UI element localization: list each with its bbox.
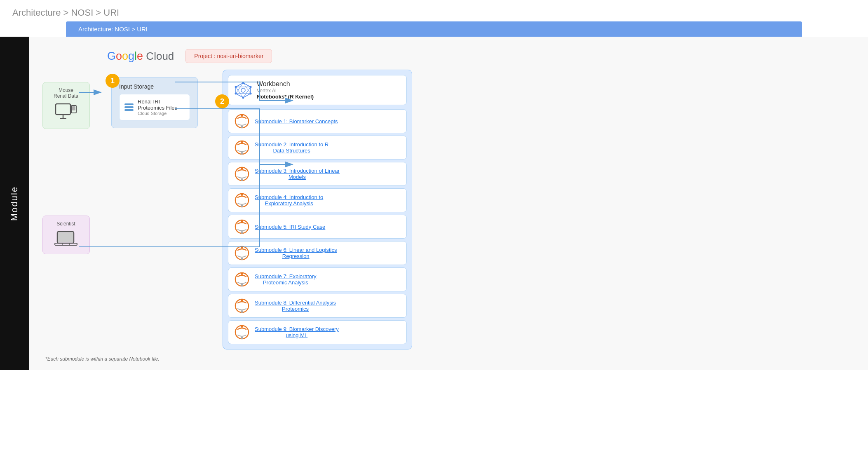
jupyter-icon	[234, 219, 250, 234]
right-section: 2	[223, 70, 860, 349]
workbench-title: Workbench	[257, 80, 314, 88]
submodule-item: Submodule 2: Introduction to R Data Stru…	[228, 136, 407, 159]
workbench-notebooks: Notebooks* (R Kernel)	[257, 94, 314, 100]
submodule-label[interactable]: Submodule 5: IRI Study Case	[255, 224, 325, 230]
file-icon	[124, 103, 134, 111]
svg-point-50	[241, 337, 243, 339]
svg-point-40	[241, 246, 243, 249]
file-sub: Cloud Storage	[138, 111, 177, 116]
footnote: *Each submodule is within a separate Not…	[45, 356, 860, 362]
submodule-item: Submodule 1: Biomarker Concepts	[228, 109, 407, 133]
submodule-item: Submodule 9: Biomarker Discovery using M…	[228, 320, 407, 344]
badge1-text: 1	[110, 77, 115, 85]
workbench-info: Workbench Vertex AI Notebooks* (R Kernel…	[257, 80, 314, 100]
submodule-item: Submodule 5: IRI Study Case	[228, 215, 407, 239]
submodule-label[interactable]: Submodule 2: Introduction to R Data Stru…	[255, 141, 328, 154]
header-bar: Architecture: NOSI > URI	[66, 21, 802, 37]
submodule-label[interactable]: Submodule 3: Introduction of Linear Mode…	[255, 168, 340, 180]
left-column: Mouse Renal Data Scientist	[37, 82, 95, 254]
badge2-text: 2	[220, 97, 224, 106]
submodule-label[interactable]: Submodule 1: Biomarker Concepts	[255, 118, 338, 124]
diagram-area: Google Cloud Project : nosi-uri-biomarke…	[29, 37, 868, 370]
sidebar-module: Module	[0, 37, 29, 370]
input-storage-title: Input Storage	[119, 83, 190, 90]
vertex-area: Workbench Vertex AI Notebooks* (R Kernel…	[223, 70, 412, 349]
laptop-icon	[54, 230, 78, 249]
jupyter-icon	[234, 140, 250, 155]
workbench-box: Workbench Vertex AI Notebooks* (R Kernel…	[228, 75, 407, 105]
svg-rect-0	[56, 104, 70, 115]
svg-rect-4	[72, 106, 75, 110]
submodule-item: Submodule 4: Introduction to Exploratory…	[228, 188, 407, 212]
project-label: Project : nosi-uri-biomarker	[194, 53, 263, 59]
project-badge: Project : nosi-uri-biomarker	[185, 49, 272, 63]
submodule-item: Submodule 8: Differential Analysis Prote…	[228, 294, 407, 318]
svg-point-37	[241, 220, 243, 222]
svg-point-29	[241, 152, 243, 155]
svg-point-34	[241, 193, 243, 196]
submodule-item: Submodule 7: Exploratory Proteomic Analy…	[228, 267, 407, 291]
svg-point-41	[241, 258, 243, 260]
breadcrumb-text: Architecture > NOSI > URI	[0, 0, 868, 21]
input-storage-box: Input Storage Renal IRI Proteomics Files…	[111, 77, 198, 128]
svg-point-32	[241, 178, 243, 181]
svg-point-35	[241, 205, 243, 207]
google-cloud-logo: Google Cloud	[107, 50, 174, 63]
file-info: Renal IRI Proteomics Files Cloud Storage	[138, 98, 177, 116]
jupyter-icon	[234, 113, 250, 129]
jupyter-icon	[234, 245, 250, 261]
jupyter-icon	[234, 298, 250, 314]
scientist-label: Scientist	[56, 221, 75, 227]
submodule-label[interactable]: Submodule 7: Exploratory Proteomic Analy…	[255, 273, 317, 286]
monitor-icon	[54, 102, 78, 124]
svg-point-25	[241, 114, 243, 117]
svg-point-49	[241, 325, 243, 328]
main-container: Module Google Cloud Project : nosi-uri-b…	[0, 37, 868, 370]
svg-point-31	[241, 167, 243, 169]
submodules-list: Submodule 1: Biomarker ConceptsSubmodule…	[228, 109, 407, 344]
svg-rect-7	[55, 243, 77, 245]
svg-point-46	[241, 299, 243, 301]
step2-badge: 2	[215, 94, 229, 108]
mouse-data-label: Mouse Renal Data	[54, 87, 78, 99]
svg-point-28	[241, 141, 243, 143]
jupyter-icon	[234, 166, 250, 182]
workbench-subtitle: Vertex AI	[257, 88, 314, 94]
header-title: Architecture: NOSI > URI	[78, 26, 148, 33]
svg-point-44	[241, 284, 243, 286]
middle-section: 1 Input Storage Renal IRI Proteomics Fil…	[111, 77, 198, 128]
svg-point-47	[241, 310, 243, 313]
breadcrumb: Architecture > NOSI > URI	[0, 0, 868, 21]
jupyter-icon	[234, 192, 250, 208]
mouse-data-box: Mouse Renal Data	[42, 82, 90, 129]
scientist-box: Scientist	[42, 216, 90, 254]
jupyter-icon	[234, 272, 250, 287]
step1-badge: 1	[106, 74, 120, 88]
submodule-label[interactable]: Submodule 6: Linear and Logistics Regres…	[255, 247, 337, 259]
sidebar-label: Module	[9, 186, 20, 220]
jupyter-icon	[234, 324, 250, 340]
submodule-label[interactable]: Submodule 8: Differential Analysis Prote…	[255, 300, 336, 312]
submodule-label[interactable]: Submodule 4: Introduction to Exploratory…	[255, 194, 323, 206]
file-name: Renal IRI Proteomics Files	[138, 98, 177, 111]
file-box: Renal IRI Proteomics Files Cloud Storage	[119, 94, 190, 120]
svg-point-38	[241, 231, 243, 234]
google-cloud-row: Google Cloud Project : nosi-uri-biomarke…	[107, 49, 860, 63]
svg-rect-2	[60, 118, 66, 119]
submodule-item: Submodule 3: Introduction of Linear Mode…	[228, 162, 407, 186]
workbench-icon	[235, 82, 252, 99]
submodule-label[interactable]: Submodule 9: Biomarker Discovery using M…	[255, 326, 339, 338]
svg-point-26	[241, 126, 243, 128]
svg-point-23	[241, 88, 245, 92]
svg-point-43	[241, 272, 243, 275]
svg-rect-6	[58, 232, 73, 242]
submodule-item: Submodule 6: Linear and Logistics Regres…	[228, 241, 407, 265]
